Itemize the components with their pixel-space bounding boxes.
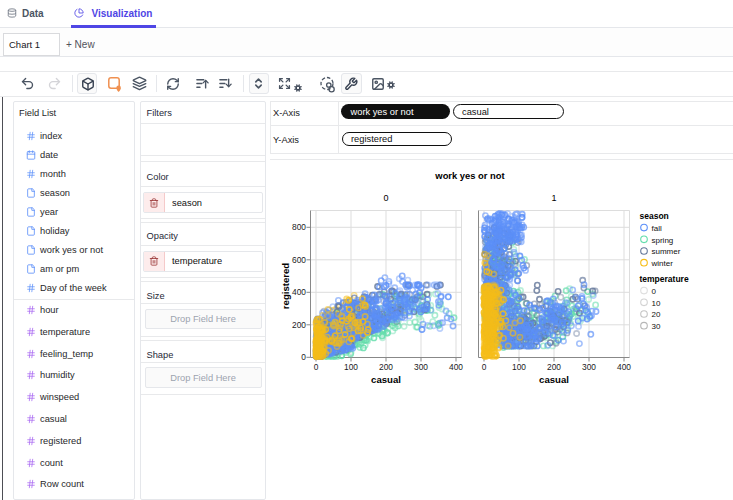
svg-text:summer: summer xyxy=(652,247,681,256)
svg-text:200: 200 xyxy=(379,362,393,372)
svg-text:0: 0 xyxy=(482,362,487,372)
svg-text:casual: casual xyxy=(539,374,569,385)
svg-text:400: 400 xyxy=(292,287,306,297)
svg-text:200: 200 xyxy=(292,320,306,330)
svg-text:300: 300 xyxy=(582,362,596,372)
svg-text:registered: registered xyxy=(280,263,291,310)
svg-text:winter: winter xyxy=(651,259,674,268)
svg-text:20: 20 xyxy=(652,310,661,319)
svg-text:10: 10 xyxy=(652,299,661,308)
svg-text:fall: fall xyxy=(652,224,662,233)
svg-text:1: 1 xyxy=(551,193,556,203)
svg-text:30: 30 xyxy=(652,322,661,331)
svg-text:600: 600 xyxy=(292,255,306,265)
svg-text:0: 0 xyxy=(383,193,388,203)
svg-text:spring: spring xyxy=(652,236,674,245)
svg-text:300: 300 xyxy=(414,362,428,372)
svg-text:casual: casual xyxy=(371,374,401,385)
svg-text:0: 0 xyxy=(301,352,306,362)
svg-text:100: 100 xyxy=(344,362,358,372)
svg-text:800: 800 xyxy=(292,222,306,232)
svg-text:work yes or not: work yes or not xyxy=(434,170,504,181)
svg-text:200: 200 xyxy=(547,362,561,372)
svg-text:0: 0 xyxy=(314,362,319,372)
svg-text:temperature: temperature xyxy=(640,274,689,284)
svg-text:season: season xyxy=(640,211,669,221)
svg-text:0: 0 xyxy=(652,287,657,296)
svg-text:400: 400 xyxy=(617,362,631,372)
svg-text:400: 400 xyxy=(449,362,463,372)
svg-text:100: 100 xyxy=(512,362,526,372)
